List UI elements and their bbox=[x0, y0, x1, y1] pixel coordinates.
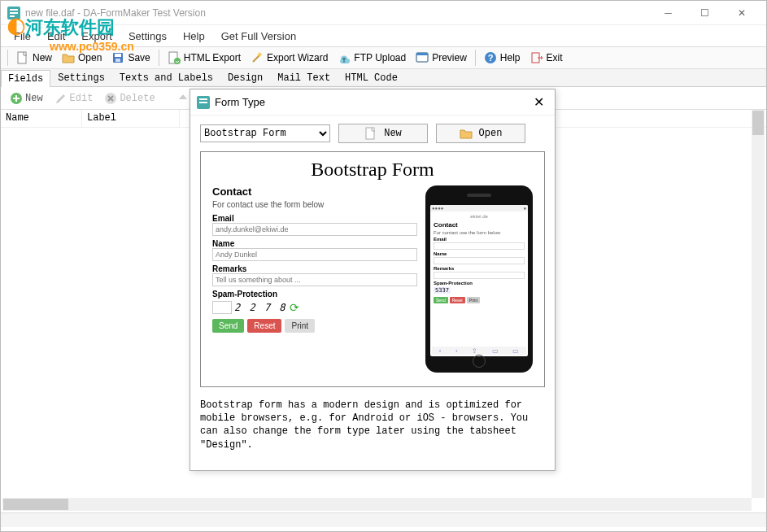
folder-open-icon bbox=[62, 51, 75, 64]
form-type-description: Bootstrap form has a modern design and i… bbox=[200, 399, 545, 451]
toolbar-preview[interactable]: Preview bbox=[411, 50, 472, 66]
new-file-icon bbox=[16, 51, 29, 64]
input-remarks bbox=[212, 273, 417, 286]
menu-help[interactable]: Help bbox=[175, 28, 213, 45]
delete-icon bbox=[104, 92, 117, 105]
preview-icon bbox=[416, 51, 429, 64]
dialog-new-button[interactable]: New bbox=[338, 124, 428, 143]
main-tabstrip: Fields Settings Texts and Labels Design … bbox=[1, 69, 766, 87]
menu-edit[interactable]: Edit bbox=[39, 28, 73, 45]
label-email: Email bbox=[212, 214, 417, 223]
label-spam: Spam-Protection bbox=[212, 290, 417, 299]
menu-get-full[interactable]: Get Full Version bbox=[213, 28, 305, 45]
dialog-icon bbox=[197, 96, 210, 109]
wizard-icon bbox=[251, 51, 264, 64]
main-toolbar: New Open Save HTML Export Export Wizard … bbox=[1, 46, 766, 69]
toolbar-help[interactable]: ?Help bbox=[479, 50, 525, 66]
tab-fields[interactable]: Fields bbox=[1, 70, 50, 87]
toolbar-exit[interactable]: Exit bbox=[525, 50, 568, 66]
plus-icon bbox=[10, 92, 23, 105]
svg-rect-20 bbox=[366, 128, 374, 139]
reset-button: Reset bbox=[247, 319, 281, 333]
svg-point-9 bbox=[174, 58, 181, 64]
form-preview: Bootstrap Form Contact For contact use t… bbox=[200, 151, 545, 387]
menu-export[interactable]: Export bbox=[73, 28, 120, 45]
label-remarks: Remarks bbox=[212, 264, 417, 273]
svg-rect-7 bbox=[115, 59, 120, 62]
save-icon bbox=[111, 51, 124, 64]
maximize-button[interactable]: ☐ bbox=[686, 2, 723, 24]
statusbar bbox=[1, 512, 766, 527]
window-titlebar: new file.daf - DA-FormMaker Test Version… bbox=[1, 1, 766, 25]
send-button: Send bbox=[212, 319, 244, 333]
menu-file[interactable]: File bbox=[6, 28, 39, 45]
dialog-title-text: Form Type bbox=[215, 96, 265, 108]
captcha-row: 2 2 7 8 ⟳ bbox=[212, 301, 417, 314]
tab-mail-text[interactable]: Mail Text bbox=[270, 69, 338, 86]
tab-settings[interactable]: Settings bbox=[50, 69, 112, 86]
tab-texts-labels[interactable]: Texts and Labels bbox=[112, 69, 220, 86]
preview-title: Bootstrap Form bbox=[201, 159, 544, 181]
form-type-dialog: Form Type ✕ Bootstrap Form New Open Boot… bbox=[190, 89, 556, 471]
dialog-open-button[interactable]: Open bbox=[436, 124, 525, 143]
input-name bbox=[212, 248, 417, 261]
svg-rect-11 bbox=[416, 53, 428, 55]
window-title: new file.daf - DA-FormMaker Test Version bbox=[25, 7, 206, 19]
toolbar-save[interactable]: Save bbox=[107, 50, 155, 66]
horizontal-scrollbar[interactable] bbox=[2, 498, 752, 511]
toolbar-export-wizard[interactable]: Export Wizard bbox=[246, 50, 333, 66]
help-icon: ? bbox=[484, 51, 497, 64]
svg-rect-2 bbox=[10, 12, 18, 14]
menubar: File Edit Export Settings Help Get Full … bbox=[1, 25, 766, 46]
tab-design[interactable]: Design bbox=[220, 69, 270, 86]
input-email bbox=[212, 223, 417, 236]
tab-html-code[interactable]: HTML Code bbox=[338, 69, 405, 86]
form-type-select[interactable]: Bootstrap Form bbox=[200, 124, 330, 142]
refresh-icon: ⟳ bbox=[290, 301, 299, 314]
column-name[interactable]: Name bbox=[1, 110, 82, 127]
mobile-preview-device: ●●●●● ekiwi.de Contact For contact use t… bbox=[425, 185, 533, 373]
arrow-up-icon bbox=[176, 92, 190, 105]
field-new-button[interactable]: New bbox=[6, 90, 47, 107]
close-window-button[interactable]: ✕ bbox=[723, 2, 760, 24]
phone-nav-icons: ‹›⇪▭▭ bbox=[432, 347, 526, 355]
field-edit-button[interactable]: Edit bbox=[50, 90, 98, 107]
column-label[interactable]: Label bbox=[82, 110, 180, 127]
mobile-preview-screen: ●●●●● ekiwi.de Contact For contact use t… bbox=[430, 205, 528, 356]
dialog-titlebar: Form Type ✕ bbox=[190, 89, 555, 116]
toolbar-ftp-upload[interactable]: FTP Upload bbox=[333, 50, 411, 66]
toolbar-html-export[interactable]: HTML Export bbox=[163, 50, 246, 66]
form-heading: Contact bbox=[212, 185, 417, 198]
field-delete-button[interactable]: Delete bbox=[100, 90, 159, 107]
menu-settings[interactable]: Settings bbox=[120, 28, 175, 45]
svg-rect-6 bbox=[115, 54, 121, 57]
svg-text:?: ? bbox=[487, 53, 493, 63]
phone-url: ekiwi.de bbox=[434, 214, 525, 219]
phone-sub: For contact use the form below bbox=[434, 230, 525, 235]
toolbar-new[interactable]: New bbox=[11, 50, 57, 66]
html-export-icon bbox=[168, 51, 181, 64]
new-file-icon bbox=[364, 127, 377, 140]
toolbar-open[interactable]: Open bbox=[57, 50, 107, 66]
captcha-digits: 2 2 7 8 bbox=[234, 302, 287, 313]
folder-open-icon bbox=[460, 127, 473, 140]
ftp-upload-icon bbox=[338, 51, 351, 64]
app-icon bbox=[7, 7, 20, 20]
desktop-preview: Contact For contact use the form below E… bbox=[212, 185, 417, 373]
svg-rect-19 bbox=[199, 102, 207, 103]
exit-icon bbox=[530, 51, 543, 64]
minimize-button[interactable]: ─ bbox=[650, 2, 686, 24]
dialog-close-button[interactable]: ✕ bbox=[529, 93, 548, 112]
svg-rect-18 bbox=[199, 98, 207, 100]
vertical-scrollbar[interactable] bbox=[752, 110, 765, 498]
svg-rect-4 bbox=[18, 52, 26, 63]
pencil-icon bbox=[54, 92, 68, 105]
svg-rect-3 bbox=[10, 15, 15, 17]
print-button: Print bbox=[285, 319, 315, 333]
phone-captcha: 5337 bbox=[434, 287, 451, 294]
label-name: Name bbox=[212, 239, 417, 248]
form-subtext: For contact use the form below bbox=[212, 200, 417, 209]
svg-rect-1 bbox=[10, 9, 18, 11]
phone-heading: Contact bbox=[434, 221, 525, 229]
